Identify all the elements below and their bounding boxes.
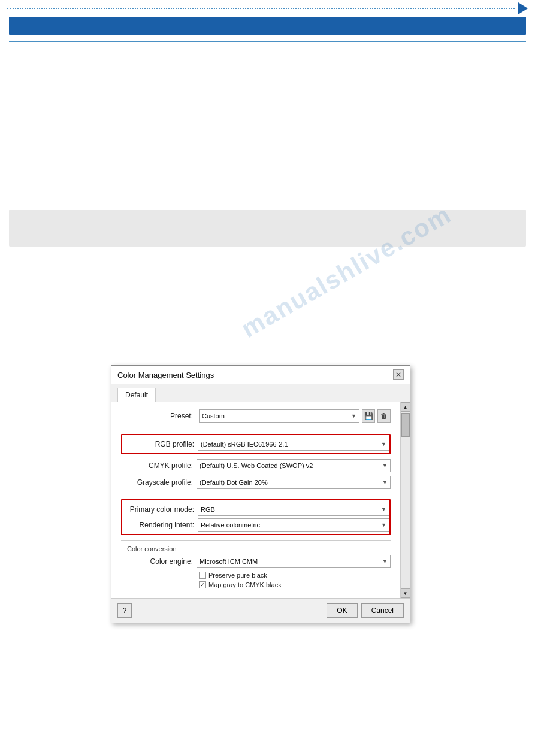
dialog-content-area: Preset: Custom ▼ 💾 🗑 RGB profile: (Defau… xyxy=(111,402,410,598)
cmyk-profile-arrow: ▼ xyxy=(382,463,388,469)
cmyk-profile-value: (Default) U.S. Web Coated (SWOP) v2 xyxy=(200,462,313,469)
separator-3 xyxy=(121,540,391,541)
preset-dropdown[interactable]: Custom ▼ xyxy=(199,409,359,423)
preserve-black-row: Preserve pure black xyxy=(199,572,391,579)
rgb-profile-label: RGB profile: xyxy=(122,440,194,448)
footer-right: OK Cancel xyxy=(327,603,404,618)
separator-2 xyxy=(121,494,391,494)
rendering-intent-row: Rendering intent: Relative colorimetric … xyxy=(122,518,389,532)
map-gray-label: Map gray to CMYK black xyxy=(208,581,282,588)
dialog-tabs: Default xyxy=(111,384,410,402)
map-gray-row: ✓ Map gray to CMYK black xyxy=(199,581,391,588)
grayscale-profile-row: Grayscale profile: (Default) Dot Gain 20… xyxy=(121,476,391,489)
primary-color-mode-arrow: ▼ xyxy=(381,506,386,512)
scroll-thumb[interactable] xyxy=(401,413,410,437)
color-management-dialog: Color Management Settings ✕ Default Pres… xyxy=(111,365,410,623)
dialog-titlebar: Color Management Settings ✕ xyxy=(111,366,410,384)
rgb-profile-row: RGB profile: (Default) sRGB IEC61966-2.1… xyxy=(122,438,389,451)
blue-header-bar xyxy=(9,17,526,35)
dotted-line xyxy=(7,8,515,9)
color-engine-label: Color engine: xyxy=(121,557,193,566)
preset-label: Preset: xyxy=(121,412,193,420)
right-arrow-icon xyxy=(518,2,528,14)
scroll-up-button[interactable]: ▲ xyxy=(401,402,410,412)
preset-value: Custom xyxy=(202,412,225,420)
primary-color-mode-dropdown[interactable]: RGB ▼ xyxy=(198,503,389,516)
gray-content-section xyxy=(9,210,526,247)
scrollbar[interactable]: ▲ ▼ xyxy=(400,402,410,598)
color-engine-value: Microsoft ICM CMM xyxy=(200,558,258,565)
rendering-intent-value: Relative colorimetric xyxy=(201,521,260,529)
rgb-profile-highlight: RGB profile: (Default) sRGB IEC61966-2.1… xyxy=(121,434,391,454)
dialog-footer: ? OK Cancel xyxy=(111,598,410,623)
color-engine-dropdown[interactable]: Microsoft ICM CMM ▼ xyxy=(197,555,391,568)
grayscale-profile-value: (Default) Dot Gain 20% xyxy=(200,479,268,486)
color-mode-highlight: Primary color mode: RGB ▼ Rendering inte… xyxy=(121,499,391,535)
rgb-profile-value: (Default) sRGB IEC61966-2.1 xyxy=(201,441,288,448)
dialog-content: Preset: Custom ▼ 💾 🗑 RGB profile: (Defau… xyxy=(111,402,400,598)
preset-row: Preset: Custom ▼ 💾 🗑 xyxy=(121,409,391,423)
primary-color-mode-value: RGB xyxy=(201,506,215,513)
tab-default[interactable]: Default xyxy=(117,388,156,402)
grayscale-profile-dropdown[interactable]: (Default) Dot Gain 20% ▼ xyxy=(197,476,391,489)
cmyk-profile-row: CMYK profile: (Default) U.S. Web Coated … xyxy=(121,459,391,472)
rendering-intent-dropdown[interactable]: Relative colorimetric ▼ xyxy=(198,518,389,532)
preset-save-button[interactable]: 💾 xyxy=(362,409,375,423)
grayscale-profile-arrow: ▼ xyxy=(382,479,388,485)
preserve-black-checkbox[interactable] xyxy=(199,572,206,579)
rgb-profile-dropdown[interactable]: (Default) sRGB IEC61966-2.1 ▼ xyxy=(198,438,389,451)
dialog-title: Color Management Settings xyxy=(117,371,214,379)
preset-delete-button[interactable]: 🗑 xyxy=(377,409,391,423)
top-dotted-bar xyxy=(0,0,535,17)
color-engine-row: Color engine: Microsoft ICM CMM ▼ xyxy=(121,555,391,568)
preset-dropdown-arrow: ▼ xyxy=(351,413,356,419)
scroll-down-button[interactable]: ▼ xyxy=(401,588,410,598)
rgb-profile-arrow: ▼ xyxy=(381,441,386,447)
preserve-black-label: Preserve pure black xyxy=(208,572,267,579)
close-button[interactable]: ✕ xyxy=(393,369,404,380)
grayscale-profile-label: Grayscale profile: xyxy=(121,478,193,487)
ok-button[interactable]: OK xyxy=(327,603,357,618)
help-button[interactable]: ? xyxy=(117,603,132,618)
color-engine-arrow: ▼ xyxy=(382,558,388,564)
primary-color-mode-row: Primary color mode: RGB ▼ xyxy=(122,503,389,516)
rendering-intent-label: Rendering intent: xyxy=(122,521,194,529)
primary-color-mode-label: Primary color mode: xyxy=(122,505,194,514)
cancel-button[interactable]: Cancel xyxy=(361,603,404,618)
rendering-intent-arrow: ▼ xyxy=(381,522,386,528)
cmyk-profile-dropdown[interactable]: (Default) U.S. Web Coated (SWOP) v2 ▼ xyxy=(197,459,391,472)
color-conversion-heading: Color conversion xyxy=(127,545,391,552)
blue-separator xyxy=(9,41,526,42)
cmyk-profile-label: CMYK profile: xyxy=(121,462,193,470)
map-gray-checkbox[interactable]: ✓ xyxy=(199,581,206,588)
separator-1 xyxy=(121,429,391,429)
footer-left: ? xyxy=(117,603,132,618)
